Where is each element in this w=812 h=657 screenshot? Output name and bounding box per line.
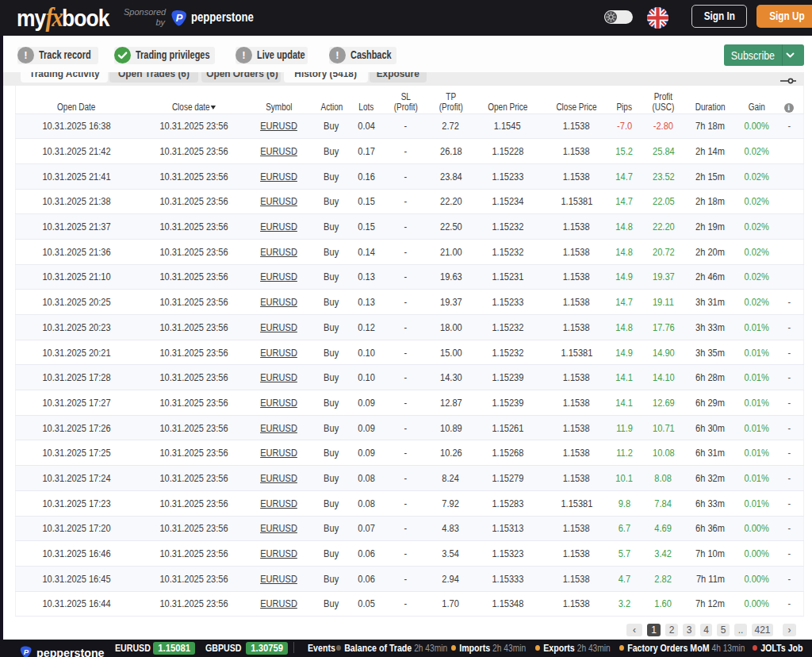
svg-text:P: P — [176, 12, 183, 24]
svg-text:P: P — [24, 647, 29, 656]
